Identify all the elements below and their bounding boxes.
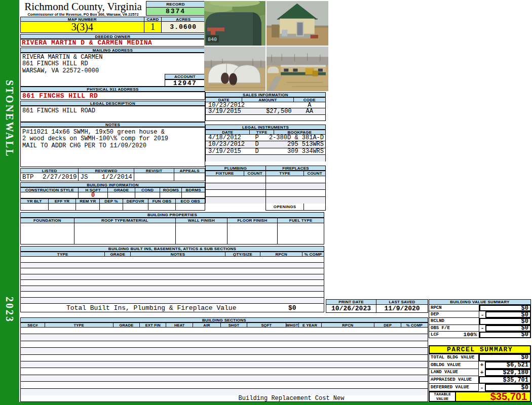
sale-date: 3/19/2015 bbox=[206, 108, 242, 115]
parcel-summary-row: TOTAL BLDG VALUE $0 bbox=[429, 354, 531, 361]
empty-row bbox=[206, 115, 325, 121]
column-header: COND bbox=[135, 188, 161, 192]
column-header: YR BLT bbox=[21, 199, 49, 203]
column-header: DEP bbox=[374, 323, 401, 327]
empty-row bbox=[21, 375, 428, 382]
print-date-value: 10/26/2023 bbox=[326, 305, 376, 312]
empty-row bbox=[21, 274, 324, 280]
building-sections-label: BUILDING SECTIONS bbox=[20, 317, 428, 322]
sales-rows: 10/23/2012 A 3/19/2015 $27,500 AA bbox=[205, 102, 326, 121]
sale-code: AA bbox=[294, 108, 325, 115]
account-label: ACCOUNT bbox=[165, 74, 205, 79]
built-ins-total-value: $0 bbox=[288, 304, 324, 312]
bvs-row-op: - bbox=[479, 325, 485, 332]
bvs-row: DEP - $0 bbox=[429, 311, 531, 318]
column-header: FOUNDATION bbox=[21, 218, 74, 223]
legal-instrument-row: 3/19/2015 D 309 334WRS bbox=[206, 148, 325, 155]
reviewed-label: REVIEWED bbox=[79, 169, 134, 173]
legal-description-label: LEGAL DESCRIPTION bbox=[20, 101, 205, 106]
parcel-row-value: $0 bbox=[479, 354, 531, 361]
district-name: STONEWALL bbox=[4, 80, 15, 157]
bvs-row-value: $0 bbox=[485, 325, 531, 332]
taxable-value-label: TAXABLE VALUE bbox=[429, 391, 456, 402]
column-header: FLOOR FINISH bbox=[227, 218, 278, 223]
lcf-percent: 100% bbox=[464, 332, 477, 338]
parcel-row-label: APPRAISED VALUE bbox=[429, 376, 479, 384]
plumbing-rows bbox=[205, 176, 266, 204]
column-header: DEPOVR bbox=[123, 199, 148, 203]
note-line: P#11021 14x66 SWMH, 19x50 green house & bbox=[22, 129, 205, 136]
empty-row bbox=[21, 361, 428, 368]
parcel-row-label: TOTAL BLDG VALUE bbox=[429, 354, 479, 361]
column-header: HEAT bbox=[166, 323, 193, 327]
outbuilding-photo[interactable] bbox=[267, 1, 328, 46]
empty-row bbox=[21, 257, 324, 263]
empty-row bbox=[21, 389, 428, 395]
bottom-border-strip bbox=[0, 402, 532, 405]
column-header: WALL FINISH bbox=[176, 218, 227, 223]
column-header: EXT FIN bbox=[140, 323, 166, 327]
column-header: WHGT bbox=[286, 323, 299, 327]
empty-row bbox=[21, 286, 324, 292]
column-header: E YEAR bbox=[299, 323, 322, 327]
bvs-row-value: $0 bbox=[479, 332, 531, 338]
tax-year: 2023 bbox=[4, 297, 15, 323]
mailbox-number: 840 bbox=[208, 37, 217, 43]
instrument-date: 10/23/2012 bbox=[206, 141, 250, 148]
greenhouse-photo[interactable] bbox=[204, 47, 265, 91]
deeded-owner-label: DEEDED OWNER bbox=[20, 34, 205, 39]
bvs-row-label: RPCN bbox=[429, 305, 479, 311]
fireplaces-rows bbox=[265, 176, 326, 204]
built-ins-rows bbox=[20, 257, 324, 303]
building-value-summary-label: BUILDING VALUE SUMMARY bbox=[429, 299, 531, 305]
column-header: % COMP bbox=[401, 323, 428, 327]
last-saved-value: 11/9/2020 bbox=[376, 305, 428, 312]
built-ins-total-label: Total Built Ins, Plumbing & Fireplace Va… bbox=[21, 304, 288, 312]
mailing-line: RIVERA MARTIN & CARMEN bbox=[22, 54, 205, 61]
notes-label: NOTES bbox=[20, 122, 205, 127]
listed-label: LISTED bbox=[21, 169, 79, 173]
district-sidebar: STONEWALL 2023 bbox=[0, 0, 19, 405]
review-headers: LISTED REVIEWED REVISIT APPEALS bbox=[20, 168, 205, 173]
building-information-label: BUILDING INFORMATION bbox=[20, 182, 205, 187]
card-label: CARD bbox=[144, 17, 162, 21]
sales-information-label: SALES INFORMATION bbox=[205, 92, 326, 97]
map-card-acres-values: 3(3)4 1 3.0600 bbox=[20, 22, 205, 33]
instrument-type: D bbox=[250, 141, 263, 148]
property-record-card: STONEWALL 2023 Richmond County, Virginia… bbox=[0, 0, 532, 405]
empty-row bbox=[21, 328, 428, 334]
account-value: 12947 bbox=[165, 79, 205, 87]
parcel-row-value: $0 bbox=[485, 384, 531, 391]
empty-row bbox=[266, 183, 325, 190]
photo-grid: 840 bbox=[204, 1, 328, 91]
building-info-values-1: 0 bbox=[20, 192, 205, 198]
column-header: TYPE bbox=[266, 171, 304, 176]
bvs-row: LCF 100% $0 bbox=[429, 332, 531, 338]
instrument-bookpage: 309 334WRS bbox=[263, 148, 325, 155]
built-ins-headers: TYPE GRADE NOTES QTY/SIZE RPCN % COMP bbox=[20, 252, 324, 257]
parcel-summary-row: APPRAISED VALUE $35,701 bbox=[429, 376, 531, 384]
parcel-row-op: - bbox=[479, 384, 485, 391]
empty-row bbox=[266, 176, 325, 183]
column-header: GRADE bbox=[105, 252, 131, 256]
instrument-type: D bbox=[250, 148, 263, 155]
building-properties-headers: FOUNDATION ROOF TYPE/MATERIAL WALL FINIS… bbox=[20, 218, 324, 223]
empty-row bbox=[266, 190, 325, 197]
column-header: % COMP bbox=[302, 252, 324, 256]
column-header: AIR bbox=[193, 323, 221, 327]
legal-description-value: 861 FINCHS HILL ROAD bbox=[20, 106, 205, 122]
print-info-values: 10/26/2023 11/9/2020 bbox=[326, 305, 428, 313]
acres-value: 3.0600 bbox=[162, 22, 205, 32]
appeals-label: APPEALS bbox=[174, 169, 205, 173]
print-date-label: PRINT DATE bbox=[326, 300, 376, 304]
mailbox-photo[interactable]: 840 bbox=[204, 1, 265, 46]
map-card-acres-headers: MAP NUMBER CARD ACRES bbox=[20, 17, 205, 22]
listed-date: 2/27/2019 bbox=[43, 174, 77, 181]
mobile-home-photo[interactable] bbox=[267, 47, 328, 91]
taxable-value: $35,701 bbox=[456, 391, 531, 402]
instrument-date: 3/19/2015 bbox=[206, 148, 250, 155]
built-ins-total-row: Total Built Ins, Plumbing & Fireplace Va… bbox=[20, 303, 324, 312]
parcel-row-value: $35,701 bbox=[479, 376, 531, 384]
parcel-row-op: + bbox=[479, 369, 485, 377]
record-value: 8374 bbox=[146, 7, 205, 16]
